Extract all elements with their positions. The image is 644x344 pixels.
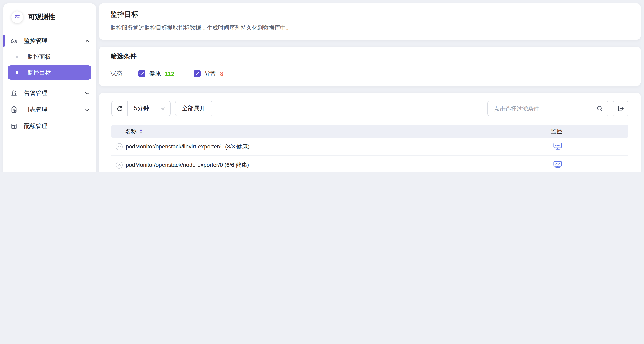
cloud-monitor-icon (10, 38, 18, 45)
refresh-button[interactable] (112, 101, 128, 116)
chevron-down-icon (85, 108, 90, 111)
filter-title: 筛选条件 (110, 52, 629, 61)
name-column-header[interactable]: 名称 (112, 127, 550, 135)
alarm-icon (10, 90, 18, 97)
page-title: 监控目标 (110, 10, 629, 19)
sidebar-item-monitor-panel[interactable]: 监控面板 (4, 49, 96, 65)
page-header-card: 监控目标 监控服务通过监控目标抓取指标数据，生成时间序列持久化到数据库中。 (99, 4, 640, 40)
sidebar-item-label: 监控管理 (24, 37, 85, 45)
target-group-row: podMonitor/openstack/node-exporter/0 (6/… (112, 156, 628, 172)
sort-carets[interactable] (140, 129, 142, 134)
main-content: 监控目标 监控服务通过监控目标抓取指标数据，生成时间序列持久化到数据库中。 筛选… (99, 4, 640, 172)
targets-table-header: 名称 监控 (112, 125, 628, 138)
search-icon[interactable] (596, 105, 603, 112)
group-name-label: podMonitor/openstack/node-exporter/0 (6/… (126, 161, 249, 169)
observability-page: 可观测性 监控管理 监控面板 (0, 0, 644, 172)
expand-row-button[interactable] (116, 143, 123, 150)
refresh-icon (116, 105, 123, 112)
active-section-bar (4, 35, 5, 47)
name-header-label: 名称 (125, 127, 137, 135)
sidebar: 可观测性 监控管理 监控面板 (4, 4, 96, 172)
chevron-down-icon (160, 107, 165, 110)
table-toolbar: 5分钟 全部展开 (112, 101, 628, 116)
status-filter-label: 状态 (110, 70, 129, 78)
sidebar-subitem-label: 监控目标 (28, 69, 51, 76)
monitor-chart-icon[interactable] (554, 160, 562, 168)
sidebar-menu: 监控管理 监控面板 监控目标 (4, 33, 96, 135)
app-title: 可观测性 (28, 13, 55, 22)
error-checkbox[interactable] (194, 70, 200, 77)
collapse-menu-icon (14, 14, 20, 21)
filter-search-box (487, 101, 608, 116)
sidebar-item-monitor-target[interactable]: 监控目标 (8, 65, 92, 80)
sidebar-item-log-management[interactable]: 日志管理 (4, 102, 96, 118)
chevron-down-icon (85, 92, 90, 95)
filter-card: 筛选条件 状态 健康 112 异常 8 (99, 47, 640, 86)
export-icon (617, 105, 624, 112)
sidebar-header: 可观测性 (4, 10, 96, 28)
expand-all-button[interactable]: 全部展开 (175, 101, 212, 116)
healthy-count: 112 (165, 70, 174, 77)
healthy-checkbox[interactable] (138, 70, 145, 77)
chevron-up-icon (85, 40, 90, 43)
filter-search-input[interactable] (493, 105, 596, 112)
sidebar-item-label: 告警管理 (24, 89, 85, 97)
page-description: 监控服务通过监控目标抓取指标数据，生成时间序列持久化到数据库中。 (110, 24, 629, 32)
log-clipboard-icon (10, 106, 18, 113)
monitor-chart-icon[interactable] (554, 142, 562, 150)
bullet-icon (16, 71, 18, 74)
error-count: 8 (220, 70, 224, 77)
sidebar-subitem-label: 监控面板 (28, 53, 51, 61)
target-group-row: podMonitor/openstack/libvirt-exporter/0 … (112, 138, 628, 156)
status-filter-row: 状态 健康 112 异常 8 (110, 70, 629, 78)
interval-value: 5分钟 (134, 105, 149, 112)
sidebar-item-alert-management[interactable]: 告警管理 (4, 85, 96, 102)
sidebar-item-monitor-management[interactable]: 监控管理 (4, 33, 96, 49)
error-filter: 异常 8 (194, 70, 224, 78)
group-name-label: podMonitor/openstack/libvirt-exporter/0 … (126, 143, 250, 150)
sidebar-collapse-button[interactable] (11, 11, 23, 23)
targets-table-card: 5分钟 全部展开 (99, 93, 640, 172)
healthy-label: 健康 (149, 70, 161, 78)
sidebar-item-label: 日志管理 (24, 106, 85, 114)
refresh-interval-group: 5分钟 (112, 101, 170, 116)
collapse-row-button[interactable] (116, 161, 123, 168)
quota-sliders-icon (10, 123, 18, 130)
sidebar-item-label: 配额管理 (24, 122, 96, 130)
monitor-column-header: 监控 (550, 127, 628, 135)
sidebar-item-quota-management[interactable]: 配额管理 (4, 118, 96, 135)
error-label: 异常 (204, 70, 216, 78)
export-button[interactable] (613, 101, 628, 116)
interval-select[interactable]: 5分钟 (128, 101, 170, 116)
healthy-filter: 健康 112 (138, 70, 174, 78)
bullet-icon (16, 56, 18, 58)
